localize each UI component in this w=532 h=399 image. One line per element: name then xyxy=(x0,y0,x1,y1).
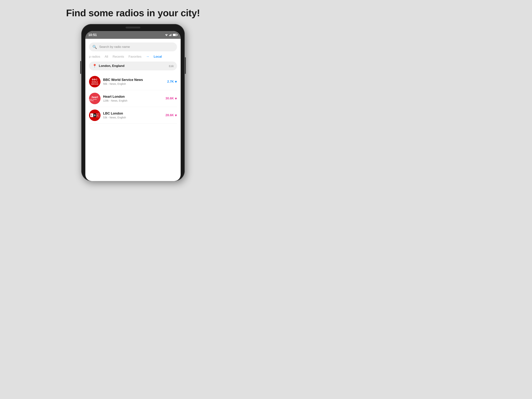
radio-info-bbc: BBC World Service News 56k - News, Engli… xyxy=(103,78,160,85)
search-placeholder: Search by radio name xyxy=(99,45,130,49)
svg-marker-0 xyxy=(165,34,168,36)
tab-top-radios[interactable]: p radios xyxy=(89,55,100,58)
radio-favorites-lbc: 28.6K ♥ xyxy=(162,113,177,117)
fav-count-heart: 30.6K xyxy=(165,97,174,100)
status-bar: 10:51 xyxy=(85,31,181,39)
radio-meta-lbc: 53k - News, English xyxy=(103,116,160,119)
radio-item-heart[interactable]: heart more music variety Heart London 12… xyxy=(89,90,177,107)
radio-favorites-heart: 30.6K ♥ xyxy=(162,96,177,101)
tab-recents[interactable]: Recents xyxy=(113,55,124,58)
heart-icon-heart: ♥ xyxy=(175,96,177,101)
signal-icon xyxy=(169,34,172,36)
location-left: 📍 London, England xyxy=(92,64,125,68)
heart-icon-lbc: ♥ xyxy=(175,113,177,117)
wifi-icon xyxy=(165,34,168,36)
lbc-logo: L B C xyxy=(89,109,101,121)
radio-item-bbc[interactable]: BBC WORLD SERVICE BBC World Service News… xyxy=(89,73,177,90)
bbc-logo: BBC WORLD SERVICE xyxy=(89,76,101,87)
svg-rect-1 xyxy=(169,35,170,36)
phone-side-button-left xyxy=(80,61,81,74)
phone-frame: 10:51 xyxy=(81,24,185,181)
radio-favorites-bbc: 2.7K ♥ xyxy=(162,80,177,84)
location-bar: 📍 London, England Edit xyxy=(89,62,177,70)
fav-count-lbc: 28.6K xyxy=(165,114,174,117)
radio-name-heart: Heart London xyxy=(103,95,160,99)
radio-name-bbc: BBC World Service News xyxy=(103,78,160,82)
tab-local[interactable]: Local xyxy=(154,55,162,58)
radio-info-heart: Heart London 128k - News, English xyxy=(103,95,160,102)
tabs-row: p radios All Recents Favorites → Local xyxy=(89,55,177,58)
search-icon: 🔍 xyxy=(92,45,97,49)
svg-rect-3 xyxy=(171,34,171,36)
status-icons xyxy=(165,34,177,36)
svg-rect-4 xyxy=(171,34,172,36)
status-time: 10:51 xyxy=(88,33,97,37)
location-pin-icon: 📍 xyxy=(92,64,97,68)
app-content: 🔍 Search by radio name p radios All Rece… xyxy=(85,39,181,124)
radio-meta-bbc: 56k - News, English xyxy=(103,82,160,85)
phone-screen: 10:51 xyxy=(85,31,181,181)
radio-list: BBC WORLD SERVICE BBC World Service News… xyxy=(89,73,177,124)
search-bar[interactable]: 🔍 Search by radio name xyxy=(89,43,177,51)
phone-notch xyxy=(126,27,140,28)
heart-icon-bbc: ♥ xyxy=(175,80,177,84)
battery-icon xyxy=(173,34,177,36)
heart-logo: heart more music variety xyxy=(89,93,101,104)
page-title: Find some radios in your city! xyxy=(66,7,200,19)
radio-meta-heart: 128k - News, English xyxy=(103,99,160,102)
phone-mockup: 10:51 xyxy=(81,24,185,181)
fav-count-bbc: 2.7K xyxy=(167,80,174,83)
tab-all[interactable]: All xyxy=(105,55,108,58)
location-name: London, England xyxy=(99,64,125,68)
tab-favorites[interactable]: Favorites xyxy=(129,55,141,58)
tab-arrow: → xyxy=(146,55,149,58)
phone-side-button-right xyxy=(185,57,186,74)
radio-name-lbc: LBC London xyxy=(103,112,160,115)
location-edit-button[interactable]: Edit xyxy=(169,64,174,68)
radio-item-lbc[interactable]: L B C LBC London 53k - News, English 2 xyxy=(89,107,177,124)
radio-info-lbc: LBC London 53k - News, English xyxy=(103,112,160,119)
svg-rect-2 xyxy=(170,35,171,36)
